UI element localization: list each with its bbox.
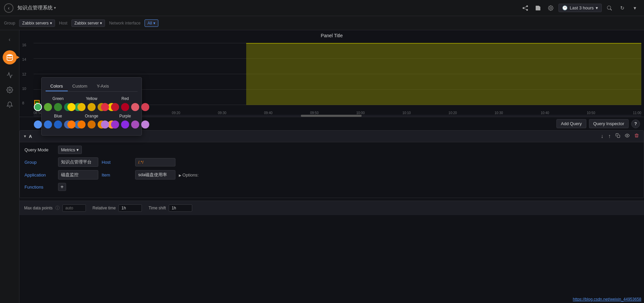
info-icon[interactable]: ⓘ — [55, 205, 60, 211]
back-button[interactable]: ‹ — [4, 3, 13, 13]
search-button[interactable] — [604, 3, 614, 13]
query-delete-icon[interactable] — [633, 133, 640, 140]
group-filter-dropdown[interactable]: Zabbix servers ▾ — [19, 19, 55, 27]
blue-group: Blue — [46, 114, 70, 129]
group-input[interactable]: 知识点管理平台 — [58, 157, 98, 167]
query-inspector-button[interactable]: Query Inspector — [589, 119, 629, 128]
help-button[interactable]: ? — [631, 119, 640, 128]
refresh-button[interactable]: ↻ — [617, 3, 627, 13]
host-caret-icon: ▾ — [100, 21, 102, 26]
purple-circle-4[interactable] — [131, 120, 139, 129]
yellow-circle-1[interactable] — [67, 103, 75, 111]
purple-circle-3[interactable] — [121, 120, 129, 129]
add-function-button[interactable]: + — [58, 183, 66, 191]
purple-circle-1[interactable] — [101, 120, 109, 129]
app-caret-icon[interactable]: ▾ — [54, 6, 56, 10]
save-button[interactable] — [533, 3, 543, 13]
red-circle-1[interactable] — [101, 103, 109, 111]
green-circle-3[interactable] — [54, 103, 62, 111]
query-move-up-icon[interactable]: ↑ — [607, 133, 612, 140]
orange-group: Orange — [79, 114, 104, 129]
sidebar-icon-alert[interactable] — [3, 98, 16, 111]
query-visibility-icon[interactable] — [624, 133, 631, 140]
cp-tab-custom[interactable]: Custom — [68, 82, 92, 91]
bottom-settings: Max data points ⓘ Relative time Time shi… — [19, 201, 644, 215]
application-item-row: Application 磁盘监控 Item sda磁盘使用率 Options: — [24, 170, 639, 180]
sidebar-icon-settings[interactable] — [3, 83, 16, 97]
item-input[interactable]: sda磁盘使用率 — [135, 170, 175, 180]
purple-label: Purple — [119, 114, 131, 118]
relative-time-input[interactable] — [118, 204, 142, 212]
footer-url[interactable]: https://blog.csdn.net/weixin_44953658 — [573, 297, 641, 302]
settings-button[interactable] — [546, 3, 556, 13]
cp-tab-colors[interactable]: Colors — [46, 82, 68, 91]
topbar-right: 🕐 Last 3 hours ▾ ↻ ▾ — [520, 3, 640, 13]
purple-circle-2[interactable] — [111, 120, 119, 129]
orange-circle-1[interactable] — [67, 120, 75, 129]
x-label-12: 10:50 — [587, 111, 595, 115]
green-circle-2[interactable] — [44, 103, 52, 111]
svg-point-0 — [7, 54, 12, 56]
red-circle-5[interactable] — [141, 103, 149, 111]
y-label-16: 16 — [22, 43, 32, 47]
orange-circle-3[interactable] — [88, 120, 96, 129]
network-filter-dropdown[interactable]: All ▾ — [145, 19, 158, 27]
query-collapse-caret[interactable]: ▼ — [23, 134, 27, 138]
query-mode-label: Query Mode — [24, 147, 55, 152]
chart-scrollbar-thumb[interactable] — [301, 115, 362, 117]
time-shift-group: Time shift — [149, 204, 192, 212]
host-filter-label: Host — [59, 21, 67, 26]
query-duplicate-icon[interactable] — [614, 133, 622, 140]
yellow-circle-2[interactable] — [77, 103, 86, 111]
purple-circle-5[interactable] — [141, 120, 149, 129]
time-range-button[interactable]: 🕐 Last 3 hours ▾ — [558, 4, 602, 12]
x-label-11: 10:40 — [541, 111, 549, 115]
refresh-dropdown-button[interactable]: ▾ — [630, 3, 640, 13]
sidebar-icon-chart[interactable] — [3, 68, 16, 82]
y-label-14: 14 — [22, 57, 32, 61]
query-move-down-icon[interactable]: ↓ — [599, 133, 605, 140]
green-group: Green — [46, 96, 70, 111]
red-circles — [101, 103, 149, 111]
time-shift-input[interactable] — [169, 204, 192, 212]
blue-label: Blue — [54, 114, 62, 118]
x-label-4: 09:30 — [218, 111, 226, 115]
y-label-12: 12 — [22, 72, 32, 76]
max-data-points-input[interactable] — [62, 204, 86, 212]
sidebar-icon-back[interactable]: ‹ — [3, 33, 16, 46]
blue-circle-1[interactable] — [34, 120, 42, 129]
blue-circle-3[interactable] — [54, 120, 62, 129]
query-body: Query Mode Metrics ▾ Group 知识点管理平台 Host … — [20, 142, 644, 198]
content: Panel Title 16 14 12 10 8 — [19, 30, 644, 303]
application-input[interactable]: 磁盘监控 — [58, 170, 98, 180]
red-group: Red — [113, 96, 138, 111]
group-filter-label: Group — [4, 21, 15, 26]
sidebar-icon-data[interactable] — [3, 50, 17, 64]
query-mode-select[interactable]: Metrics ▾ — [58, 146, 82, 154]
relative-time-group: Relative time — [93, 204, 142, 212]
host-input[interactable]: /.*/ — [135, 158, 175, 166]
share-button[interactable] — [520, 3, 530, 13]
query-mode-row: Query Mode Metrics ▾ — [24, 146, 639, 154]
time-shift-label: Time shift — [149, 206, 166, 210]
group-label: Group — [24, 160, 55, 165]
color-picker-popup: Colors Custom Y-Axis Green — [41, 77, 142, 136]
yellow-circle-3[interactable] — [88, 103, 96, 111]
add-query-button[interactable]: Add Query — [556, 119, 586, 128]
red-circle-2[interactable] — [111, 103, 119, 111]
red-circle-4[interactable] — [131, 103, 139, 111]
query-actions: ↓ ↑ — [599, 133, 640, 140]
options-label[interactable]: Options: — [179, 172, 199, 178]
group-host-row: Group 知识点管理平台 Host /.*/ — [24, 157, 639, 167]
blue-circle-2[interactable] — [44, 120, 52, 129]
host-filter-dropdown[interactable]: Zabbix server ▾ — [71, 19, 105, 27]
svg-rect-2 — [617, 135, 620, 138]
orange-label: Orange — [85, 114, 98, 118]
red-circle-3[interactable] — [121, 103, 129, 111]
orange-circle-2[interactable] — [77, 120, 86, 129]
x-label-3: 09:20 — [172, 111, 180, 115]
x-label-0: 08:50 — [34, 111, 42, 115]
cp-tab-yaxis[interactable]: Y-Axis — [92, 82, 113, 91]
green-circle-1[interactable] — [34, 103, 42, 111]
panel-title: Panel Title — [19, 30, 644, 40]
